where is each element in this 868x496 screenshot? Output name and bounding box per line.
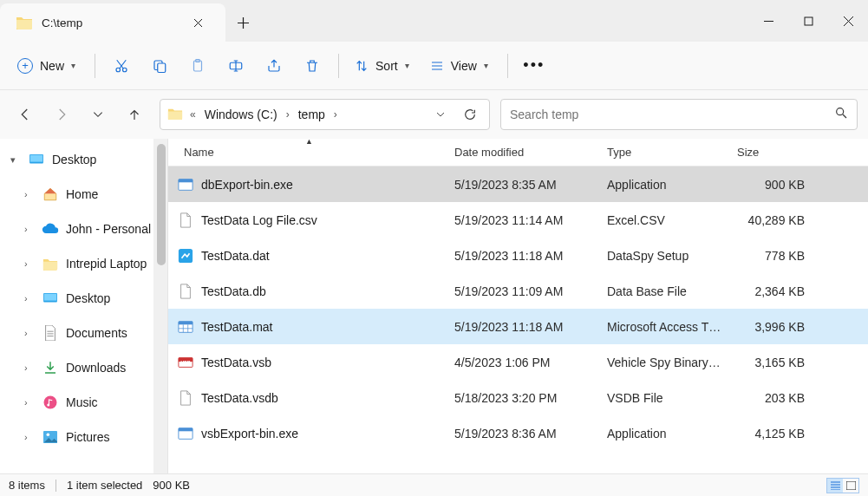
column-type[interactable]: Type xyxy=(600,139,730,166)
sidebar-tree[interactable]: ▾ Desktop ›Home›John - Personal›Intrepid… xyxy=(0,139,168,473)
trash-icon xyxy=(304,58,320,74)
file-date: 5/19/2023 11:18 AM xyxy=(447,320,600,334)
new-tab-button[interactable] xyxy=(225,3,260,42)
pictures-icon xyxy=(42,428,59,446)
folder-icon xyxy=(167,108,183,121)
refresh-button[interactable] xyxy=(458,102,482,127)
svg-point-14 xyxy=(47,404,49,407)
file-row[interactable]: VSBTestData.vsb4/5/2023 1:06 PMVehicle S… xyxy=(168,344,868,380)
view-button[interactable]: View ▾ xyxy=(423,50,499,82)
breadcrumb-separator: › xyxy=(284,108,291,121)
file-row[interactable]: TestData.db5/19/2023 11:09 AMData Base F… xyxy=(168,273,868,309)
chevron-right-icon[interactable]: › xyxy=(24,224,35,234)
copy-button[interactable] xyxy=(142,50,177,82)
chevron-right-icon[interactable]: › xyxy=(24,189,35,199)
file-row[interactable]: TestData Log File.csv5/19/2023 11:14 AME… xyxy=(168,202,868,238)
file-name: TestData.vsb xyxy=(201,356,271,369)
search-input[interactable] xyxy=(510,108,834,121)
file-name-cell: dbExport-bin.exe xyxy=(172,176,447,193)
file-name: TestData.mat xyxy=(201,320,272,334)
rename-icon xyxy=(228,58,244,74)
chevron-down-icon: ▾ xyxy=(405,61,409,70)
chevron-right-icon[interactable]: › xyxy=(24,362,35,373)
svg-rect-18 xyxy=(179,179,193,182)
chevron-right-icon[interactable]: › xyxy=(24,328,35,338)
file-row[interactable]: vsbExport-bin.exe5/19/2023 8:36 AMApplic… xyxy=(168,415,868,451)
sidebar-scrollbar-thumb[interactable] xyxy=(157,144,166,265)
doc-icon xyxy=(42,324,59,342)
folder-icon xyxy=(16,16,33,29)
chevron-right-icon[interactable]: › xyxy=(24,258,35,269)
share-button[interactable] xyxy=(257,50,291,82)
file-row[interactable]: TestData.vsdb5/18/2023 3:20 PMVSDB File2… xyxy=(168,380,868,415)
file-date: 4/5/2023 1:06 PM xyxy=(447,356,600,369)
chevron-right-icon[interactable]: › xyxy=(24,432,35,442)
window-tab[interactable]: C:\temp xyxy=(0,3,225,42)
paste-button[interactable] xyxy=(180,50,215,82)
column-date[interactable]: Date modified xyxy=(447,139,600,166)
tab-close-button[interactable] xyxy=(186,10,210,35)
sort-button[interactable]: Sort ▾ xyxy=(348,50,420,82)
dat-file-icon xyxy=(177,247,194,264)
sidebar-item[interactable]: ›Home xyxy=(0,177,168,212)
chevron-down-icon[interactable]: ▾ xyxy=(10,154,21,166)
file-size: 203 KB xyxy=(730,391,812,405)
minimize-button[interactable] xyxy=(748,0,788,42)
cut-button[interactable] xyxy=(104,50,139,82)
search-box[interactable] xyxy=(500,99,858,130)
clipboard-icon xyxy=(190,58,206,74)
desktop-icon xyxy=(42,290,59,307)
file-size: 4,125 KB xyxy=(730,427,812,441)
file-size: 3,165 KB xyxy=(730,356,812,369)
breadcrumb-folder[interactable]: temp xyxy=(297,106,327,123)
file-rows[interactable]: dbExport-bin.exe5/19/2023 8:35 AMApplica… xyxy=(168,166,868,473)
sidebar-item[interactable]: ›Downloads xyxy=(0,350,168,385)
sidebar-scrollbar[interactable] xyxy=(153,139,167,473)
sidebar-item[interactable]: ›Music xyxy=(0,385,168,420)
breadcrumb-overflow[interactable]: « xyxy=(188,108,198,121)
breadcrumb-drive[interactable]: Windows (C:) xyxy=(203,106,279,123)
delete-button[interactable] xyxy=(295,50,330,82)
rename-button[interactable] xyxy=(219,50,253,82)
back-button[interactable] xyxy=(10,100,40,129)
sidebar-item[interactable]: ›Intrepid Laptop xyxy=(0,246,168,281)
forward-button[interactable] xyxy=(47,100,76,129)
up-button[interactable] xyxy=(120,100,149,129)
titlebar-drag-area[interactable] xyxy=(260,0,748,42)
address-dropdown-button[interactable] xyxy=(428,102,453,127)
status-separator xyxy=(55,480,56,492)
tab-title: C:\temp xyxy=(42,16,177,29)
column-name[interactable]: Name ▲ xyxy=(172,139,447,166)
column-name-label: Name xyxy=(184,146,214,159)
more-button[interactable]: ••• xyxy=(517,50,551,82)
sidebar-item[interactable]: ›Pictures xyxy=(0,420,168,454)
sidebar-item[interactable]: ›Desktop xyxy=(0,281,168,316)
sidebar-item[interactable]: ›Documents xyxy=(0,316,168,350)
file-list-header: Name ▲ Date modified Type Size xyxy=(168,139,868,166)
column-size[interactable]: Size xyxy=(730,139,812,166)
cloud-icon xyxy=(42,220,59,238)
tree-root-desktop[interactable]: ▾ Desktop xyxy=(0,142,168,177)
details-view-button[interactable] xyxy=(827,479,843,493)
sidebar-item[interactable]: ›John - Personal xyxy=(0,212,168,246)
file-date: 5/18/2023 3:20 PM xyxy=(447,391,600,405)
address-bar[interactable]: « Windows (C:) › temp › xyxy=(160,99,490,130)
recent-locations-button[interactable] xyxy=(83,100,113,129)
new-button[interactable]: + New ▾ xyxy=(10,50,86,82)
file-date: 5/19/2023 11:14 AM xyxy=(447,213,600,227)
file-name: vsbExport-bin.exe xyxy=(201,427,298,441)
plus-circle-icon: + xyxy=(17,58,33,74)
svg-point-13 xyxy=(44,396,57,409)
svg-rect-21 xyxy=(179,321,193,324)
chevron-right-icon[interactable]: › xyxy=(24,397,35,408)
file-type: Application xyxy=(600,178,730,192)
svg-rect-4 xyxy=(158,63,166,73)
file-date: 5/19/2023 8:35 AM xyxy=(447,178,600,192)
thumbnails-view-button[interactable] xyxy=(843,479,858,493)
file-row[interactable]: TestData.dat5/19/2023 11:18 AMDataSpy Se… xyxy=(168,238,868,273)
close-window-button[interactable] xyxy=(828,0,868,42)
chevron-right-icon[interactable]: › xyxy=(24,293,35,303)
file-row[interactable]: dbExport-bin.exe5/19/2023 8:35 AMApplica… xyxy=(168,166,868,202)
maximize-button[interactable] xyxy=(788,0,828,42)
file-row[interactable]: TestData.mat5/19/2023 11:18 AMMicrosoft … xyxy=(168,309,868,344)
